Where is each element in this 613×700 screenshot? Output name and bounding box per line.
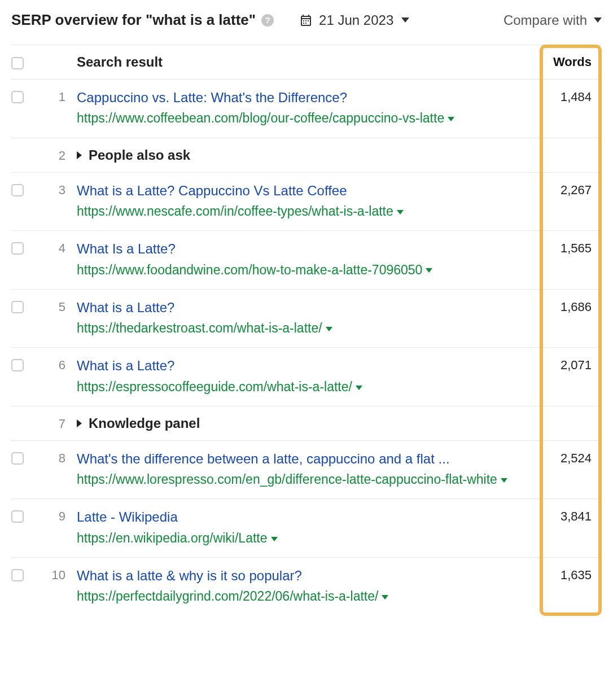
- result-url[interactable]: https://www.lorespresso.com/en_gb/differ…: [77, 470, 540, 488]
- chevron-down-icon: [401, 18, 409, 23]
- result-title-link[interactable]: What is a Latte?: [77, 357, 540, 375]
- url-menu-icon[interactable]: [397, 210, 404, 215]
- page-title: SERP overview for "what is a latte": [11, 11, 256, 29]
- serp-feature-label[interactable]: Knowledge panel: [89, 415, 200, 431]
- table-row: 6 What is a Latte? https://espressocoffe…: [11, 348, 602, 406]
- table-row: 10 What is a latte & why is it so popula…: [11, 558, 602, 616]
- result-url[interactable]: https://www.nescafe.com/in/coffee-types/…: [77, 202, 540, 220]
- compare-label: Compare with: [503, 12, 587, 28]
- words-cell: 1,635: [540, 567, 602, 606]
- serp-feature-label[interactable]: People also ask: [89, 147, 190, 163]
- words-cell: 3,841: [540, 508, 602, 547]
- result-title-link[interactable]: What is a Latte?: [77, 299, 540, 317]
- rank-cell: 6: [43, 357, 77, 396]
- result-url[interactable]: https://en.wikipedia.org/wiki/Latte: [77, 529, 540, 547]
- url-menu-icon[interactable]: [501, 478, 507, 483]
- words-cell: 2,071: [540, 357, 602, 396]
- words-cell: 1,484: [540, 89, 602, 128]
- words-cell: 2,267: [540, 182, 602, 221]
- result-title-link[interactable]: What is a Latte? Cappuccino Vs Latte Cof…: [77, 182, 540, 200]
- row-checkbox[interactable]: [11, 242, 24, 255]
- table-header: Search result Words: [11, 45, 602, 80]
- row-checkbox[interactable]: [11, 359, 24, 371]
- result-title-link[interactable]: Cappuccino vs. Latte: What's the Differe…: [77, 89, 540, 107]
- table-row: 3 What is a Latte? Cappuccino Vs Latte C…: [11, 173, 602, 231]
- result-url[interactable]: https://thedarkestroast.com/what-is-a-la…: [77, 319, 540, 337]
- date-picker[interactable]: 21 Jun 2023: [299, 12, 409, 28]
- expand-icon[interactable]: [77, 419, 82, 427]
- result-url[interactable]: https://espressocoffeeguide.com/what-is-…: [77, 378, 540, 396]
- url-menu-icon[interactable]: [326, 327, 332, 331]
- table-row: 8 What's the difference between a latte,…: [11, 441, 602, 500]
- table-row: 9 Latte - Wikipedia https://en.wikipedia…: [11, 499, 602, 558]
- rank-cell: 9: [43, 508, 77, 547]
- rank-cell: 2: [43, 147, 77, 163]
- row-checkbox[interactable]: [11, 184, 24, 196]
- serp-table: Search result Words 1 Cappuccino vs. Lat…: [11, 45, 602, 616]
- rank-cell: 7: [43, 415, 77, 431]
- row-checkbox[interactable]: [11, 452, 24, 465]
- row-checkbox[interactable]: [11, 91, 24, 103]
- result-title-link[interactable]: What is a latte & why is it so popular?: [77, 567, 540, 585]
- rank-cell: 1: [43, 89, 77, 128]
- row-checkbox[interactable]: [11, 301, 24, 313]
- words-cell: 1,565: [540, 240, 602, 279]
- rank-cell: 3: [43, 182, 77, 221]
- table-row: 2 People also ask: [11, 138, 602, 173]
- url-menu-icon[interactable]: [382, 595, 388, 600]
- expand-icon[interactable]: [77, 151, 82, 159]
- result-url[interactable]: https://perfectdailygrind.com/2022/06/wh…: [77, 587, 540, 605]
- calendar-icon: [299, 14, 313, 27]
- rank-cell: 10: [43, 567, 77, 606]
- result-title-link[interactable]: What's the difference between a latte, c…: [77, 450, 540, 468]
- row-checkbox[interactable]: [11, 510, 24, 523]
- rank-cell: 8: [43, 450, 77, 489]
- table-row: 4 What Is a Latte? https://www.foodandwi…: [11, 231, 602, 290]
- url-menu-icon[interactable]: [356, 386, 362, 390]
- result-url[interactable]: https://www.foodandwine.com/how-to-make-…: [77, 261, 540, 279]
- column-search-result[interactable]: Search result: [77, 54, 540, 70]
- url-menu-icon[interactable]: [271, 537, 278, 541]
- words-cell: 2,524: [540, 450, 602, 489]
- compare-with-button[interactable]: Compare with: [503, 12, 602, 28]
- result-title-link[interactable]: Latte - Wikipedia: [77, 508, 540, 526]
- url-menu-icon[interactable]: [448, 117, 454, 121]
- result-url[interactable]: https://www.coffeebean.com/blog/our-coff…: [77, 109, 540, 127]
- select-all-checkbox[interactable]: [11, 57, 24, 69]
- help-icon[interactable]: ?: [261, 14, 274, 27]
- result-title-link[interactable]: What Is a Latte?: [77, 240, 540, 258]
- column-words[interactable]: Words: [540, 55, 602, 69]
- words-cell: 1,686: [540, 299, 602, 338]
- row-checkbox[interactable]: [11, 569, 24, 581]
- table-row: 1 Cappuccino vs. Latte: What's the Diffe…: [11, 80, 602, 138]
- table-row: 5 What is a Latte? https://thedarkestroa…: [11, 290, 602, 348]
- chevron-down-icon: [594, 18, 602, 23]
- table-row: 7 Knowledge panel: [11, 406, 602, 441]
- rank-cell: 5: [43, 299, 77, 338]
- url-menu-icon[interactable]: [426, 268, 432, 273]
- date-label: 21 Jun 2023: [319, 12, 393, 28]
- rank-cell: 4: [43, 240, 77, 279]
